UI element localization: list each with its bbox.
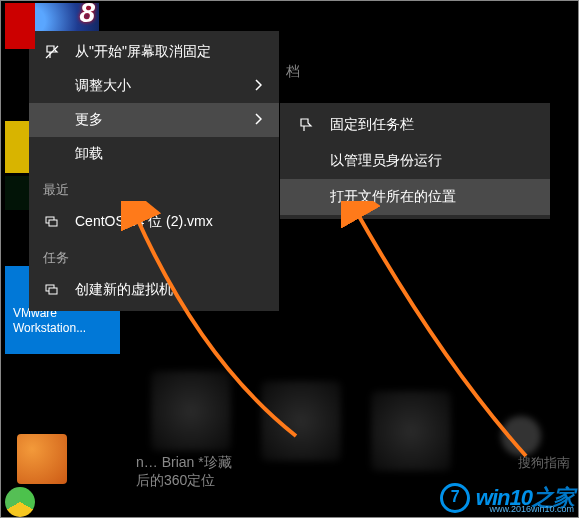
- tile-vmware-line2: Workstation...: [13, 321, 112, 336]
- watermark-url: www.2016win10.com: [489, 504, 574, 514]
- menu-label: 卸载: [75, 145, 265, 163]
- vmx-file-icon: [43, 213, 61, 231]
- submenu-pin-taskbar[interactable]: 固定到任务栏: [280, 107, 550, 143]
- menu-label: 固定到任务栏: [330, 116, 532, 134]
- chevron-right-icon: [251, 112, 265, 128]
- chevron-right-icon: [251, 78, 265, 94]
- section-recent: 最近: [29, 171, 279, 205]
- blank-icon: [296, 188, 314, 206]
- blank-icon: [43, 145, 61, 163]
- menu-uninstall[interactable]: 卸载: [29, 137, 279, 171]
- blurred-circle: [501, 416, 541, 456]
- blurred-tile: [371, 391, 451, 471]
- watermark-logo-icon: [440, 483, 470, 513]
- menu-more[interactable]: 更多: [29, 103, 279, 137]
- menu-label: 创建新的虚拟机: [75, 281, 265, 299]
- context-menu: 从"开始"屏幕取消固定 调整大小 更多 卸载 最近 CentOS 64 位 (2…: [29, 31, 279, 311]
- bg-text: n… Brian *珍藏: [136, 454, 232, 472]
- menu-label: 打开文件所在的位置: [330, 188, 532, 206]
- blank-icon: [43, 111, 61, 129]
- tile-matlab[interactable]: [17, 434, 67, 484]
- menu-resize[interactable]: 调整大小: [29, 69, 279, 103]
- submenu-run-as-admin[interactable]: 以管理员身份运行: [280, 143, 550, 179]
- submenu-more: 固定到任务栏 以管理员身份运行 打开文件所在的位置: [280, 103, 550, 219]
- menu-recent-item[interactable]: CentOS 64 位 (2).vmx: [29, 205, 279, 239]
- section-tasks: 任务: [29, 239, 279, 273]
- menu-label: 更多: [75, 111, 237, 129]
- svg-rect-2: [49, 220, 57, 226]
- tile-360[interactable]: [5, 487, 35, 517]
- menu-label: 调整大小: [75, 77, 237, 95]
- submenu-open-file-location[interactable]: 打开文件所在的位置: [280, 179, 550, 215]
- bg-text: 搜狗指南: [518, 454, 570, 472]
- blank-icon: [296, 152, 314, 170]
- create-vm-icon: [43, 281, 61, 299]
- menu-unpin-from-start[interactable]: 从"开始"屏幕取消固定: [29, 35, 279, 69]
- pin-taskbar-icon: [296, 116, 314, 134]
- menu-label: 以管理员身份运行: [330, 152, 532, 170]
- unpin-icon: [43, 43, 61, 61]
- blurred-tile: [151, 371, 231, 451]
- menu-task-create-vm[interactable]: 创建新的虚拟机: [29, 273, 279, 307]
- blurred-tile: [261, 381, 341, 461]
- svg-rect-4: [49, 288, 57, 294]
- menu-label: CentOS 64 位 (2).vmx: [75, 213, 265, 231]
- tile-number: 8: [79, 3, 95, 29]
- blank-icon: [43, 77, 61, 95]
- watermark: win10之家 www.2016win10.com: [440, 483, 574, 513]
- bg-text: 档: [286, 63, 300, 81]
- bg-text: 后的360定位: [136, 472, 215, 490]
- menu-label: 从"开始"屏幕取消固定: [75, 43, 265, 61]
